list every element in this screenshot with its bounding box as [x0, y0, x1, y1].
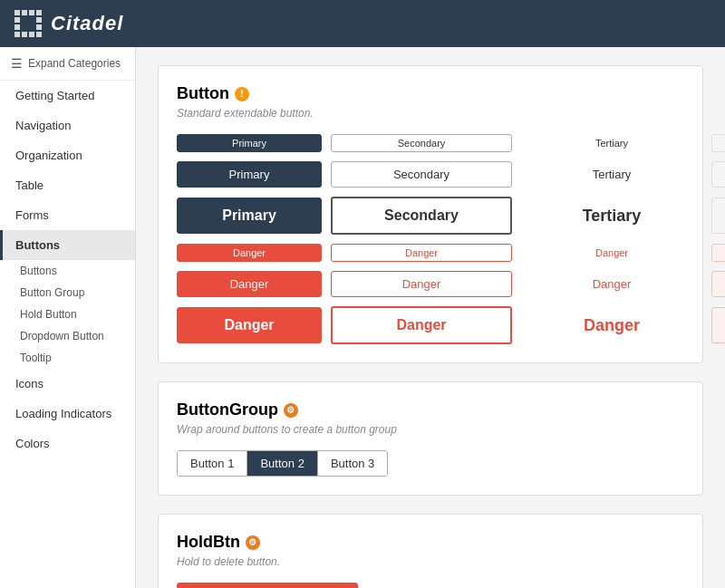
hold-btn-badge-icon: ⚙	[246, 535, 260, 550]
button-group-item-3[interactable]: Button 3	[318, 451, 387, 476]
button-section-title: Button !	[177, 84, 684, 103]
primary-md-button[interactable]: Primary	[177, 161, 322, 188]
button-group-title: ButtonGroup ⚙	[177, 400, 684, 419]
logo-text: Citadel	[51, 12, 123, 35]
layout: ☰ Expand Categories Getting Started Navi…	[0, 47, 725, 588]
sidebar-sub-item-tooltip[interactable]: Tooltip	[0, 347, 135, 369]
danger-filled-md-button[interactable]: Danger	[177, 271, 322, 297]
secondary-lg-button[interactable]: Secondary	[331, 197, 512, 235]
sidebar-sub-item-hold-button[interactable]: Hold Button	[0, 304, 135, 325]
tertiary-sm: Tertiary	[521, 135, 702, 151]
button-grid: Primary Secondary Tertiary Disabled Prim…	[177, 134, 684, 344]
danger-disabled-md-button: Danger	[711, 271, 725, 297]
logo-grid-icon	[14, 10, 42, 37]
button-badge-icon: !	[235, 87, 249, 101]
hold-btn-title: HoldBtn ⚙	[177, 533, 684, 552]
expand-categories-button[interactable]: ☰ Expand Categories	[0, 47, 135, 81]
danger-outline-sm-button[interactable]: Danger	[331, 244, 512, 262]
primary-lg-button[interactable]: Primary	[177, 198, 322, 234]
sidebar-item-table[interactable]: Table	[0, 170, 135, 200]
sidebar-item-navigation[interactable]: Navigation	[0, 111, 135, 140]
button-group-desc: Wrap around buttons to create a button g…	[177, 423, 684, 436]
secondary-sm-button[interactable]: Secondary	[331, 134, 512, 152]
expand-label: Expand Categories	[28, 57, 121, 70]
disabled-lg-button: Disabled	[711, 198, 725, 234]
danger-filled-lg-button[interactable]: Danger	[177, 307, 322, 343]
header: Citadel	[0, 0, 725, 47]
danger-outline-lg-button[interactable]: Danger	[331, 306, 512, 344]
sidebar-item-loading-indicators[interactable]: Loading Indicators	[0, 399, 135, 429]
danger-disabled-lg-button: Danger	[711, 307, 725, 343]
disabled-sm-button: Disabled	[711, 134, 725, 152]
expand-icon: ☰	[11, 56, 23, 71]
sidebar-item-organization[interactable]: Organization	[0, 140, 135, 170]
sidebar-sub-item-dropdown-button[interactable]: Dropdown Button	[0, 325, 135, 347]
sidebar-item-forms[interactable]: Forms	[0, 200, 135, 230]
sidebar-sub-item-buttons[interactable]: Buttons	[0, 260, 135, 282]
button-group-section: ButtonGroup ⚙ Wrap around buttons to cre…	[158, 381, 703, 496]
button-group-item-2[interactable]: Button 2	[247, 451, 317, 476]
button-section: Button ! Standard extendable button. Pri…	[158, 65, 703, 363]
delete-button[interactable]: Delete	[177, 583, 358, 588]
danger-text-lg: Danger	[521, 307, 702, 344]
tertiary-md: Tertiary	[521, 162, 702, 187]
sidebar-item-buttons[interactable]: Buttons	[0, 230, 135, 260]
sidebar-sub-item-button-group[interactable]: Button Group	[0, 282, 135, 304]
sidebar-item-getting-started[interactable]: Getting Started	[0, 81, 135, 111]
danger-text-sm: Danger	[521, 245, 702, 261]
sidebar-item-colors[interactable]: Colors	[0, 429, 135, 458]
tertiary-lg: Tertiary	[521, 198, 702, 235]
danger-text-md: Danger	[521, 272, 702, 296]
secondary-md-button[interactable]: Secondary	[331, 161, 512, 188]
button-group-badge-icon: ⚙	[284, 403, 298, 418]
danger-disabled-sm-button: Danger	[711, 244, 725, 262]
sidebar-item-icons[interactable]: Icons	[0, 369, 135, 399]
button-group-item-1[interactable]: Button 1	[178, 451, 247, 476]
danger-outline-md-button[interactable]: Danger	[331, 271, 512, 297]
button-group: Button 1 Button 2 Button 3	[177, 450, 388, 477]
disabled-md-button: Disabled	[711, 161, 725, 188]
hold-btn-desc: Hold to delete button.	[177, 555, 684, 568]
main-content: Button ! Standard extendable button. Pri…	[136, 47, 725, 588]
sidebar: ☰ Expand Categories Getting Started Navi…	[0, 47, 136, 588]
hold-btn-section: HoldBtn ⚙ Hold to delete button. Delete	[158, 514, 703, 588]
danger-filled-sm-button[interactable]: Danger	[177, 244, 322, 262]
button-section-desc: Standard extendable button.	[177, 107, 684, 120]
primary-sm-button[interactable]: Primary	[177, 134, 322, 152]
